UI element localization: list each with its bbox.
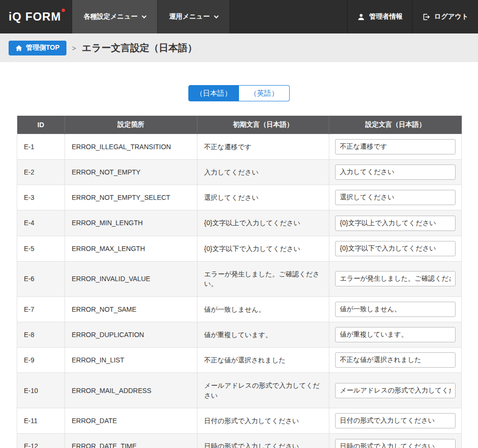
row-input-cell [329, 434, 462, 448]
row-default-text: 値が一致しません。 [197, 296, 329, 322]
breadcrumb: 管理側TOP > エラー文言設定（日本語） [0, 33, 478, 62]
breadcrumb-separator: > [72, 44, 76, 52]
logo-red-dot-icon [62, 9, 65, 12]
error-message-input[interactable] [335, 413, 456, 428]
table-row: E-1ERROR_ILLEGAL_TRANSITION不正な遷移です [17, 134, 462, 159]
error-message-table-wrap: ID 設定箇所 初期文言（日本語） 設定文言（日本語） E-1ERROR_ILL… [17, 116, 461, 448]
row-id: E-6 [17, 261, 65, 296]
error-message-input[interactable] [335, 164, 456, 180]
error-message-input[interactable] [335, 352, 456, 368]
table-row: E-11ERROR_DATE日付の形式で入力してください [17, 408, 462, 434]
row-id: E-9 [17, 348, 65, 373]
table-row: E-4ERROR_MIN_LENGTH{0}文字以上で入力してください [17, 210, 462, 236]
error-message-input[interactable] [335, 216, 456, 231]
row-id: E-7 [17, 296, 65, 322]
error-message-input[interactable] [335, 139, 456, 154]
error-message-input[interactable] [335, 383, 456, 398]
table-header-row: ID 設定箇所 初期文言（日本語） 設定文言（日本語） [17, 116, 462, 134]
error-message-input[interactable] [335, 439, 456, 448]
tab-japanese[interactable]: （日本語） [188, 85, 239, 101]
row-input-cell [329, 185, 462, 210]
page-title: エラー文言設定（日本語） [82, 42, 197, 55]
row-default-text: 値が重複しています。 [197, 322, 329, 347]
header-setting-text: 設定文言（日本語） [329, 116, 462, 134]
table-row: E-7ERROR_NOT_SAME値が一致しません。 [17, 296, 462, 322]
table-row: E-5ERROR_MAX_LENGTH{0}文字以下で入力してください [17, 236, 462, 261]
row-input-cell [329, 322, 462, 347]
header-key: 設定箇所 [65, 116, 197, 134]
row-key: ERROR_IN_LIST [65, 348, 197, 373]
home-icon [15, 44, 22, 52]
row-key: ERROR_NOT_EMPTY_SELECT [65, 185, 197, 210]
error-table-body: E-1ERROR_ILLEGAL_TRANSITION不正な遷移ですE-2ERR… [17, 134, 462, 448]
row-id: E-3 [17, 185, 65, 210]
row-input-cell [329, 408, 462, 434]
error-message-input[interactable] [335, 241, 456, 256]
error-message-input[interactable] [335, 190, 456, 205]
row-id: E-1 [17, 134, 65, 159]
row-id: E-11 [17, 408, 65, 434]
row-input-cell [329, 236, 462, 261]
row-input-cell [329, 134, 462, 159]
row-default-text: 不正な遷移です [197, 134, 329, 159]
row-default-text: 不正な値が選択されました [197, 348, 329, 373]
logout-label: ログアウト [434, 12, 468, 21]
row-input-cell [329, 159, 462, 185]
table-row: E-2ERROR_NOT_EMPTY入力してください [17, 159, 462, 185]
nav-menu-settings-label: 各種設定メニュー [84, 12, 138, 21]
header-default-text: 初期文言（日本語） [197, 116, 329, 134]
chevron-down-icon [141, 13, 146, 18]
table-row: E-8ERROR_DUPLICATION値が重複しています。 [17, 322, 462, 347]
nav-menu-operation-label: 運用メニュー [169, 12, 210, 21]
table-row: E-6ERROR_INVALID_VALUEエラーが発生しました。ご確認ください… [17, 261, 462, 296]
table-row: E-3ERROR_NOT_EMPTY_SELECT選択してください [17, 185, 462, 210]
error-message-table: ID 設定箇所 初期文言（日本語） 設定文言（日本語） E-1ERROR_ILL… [17, 116, 462, 448]
row-key: ERROR_MAX_LENGTH [65, 236, 197, 261]
app-logo-text: iQ FORM [9, 10, 61, 23]
row-id: E-8 [17, 322, 65, 347]
logout-button[interactable]: ログアウト [412, 0, 478, 33]
app-logo[interactable]: iQ FORM [0, 0, 72, 33]
chevron-down-icon [214, 13, 218, 18]
row-default-text: 日付の形式で入力してください [197, 408, 329, 434]
row-key: ERROR_NOT_SAME [65, 296, 197, 322]
row-default-text: エラーが発生しました。ご確認ください。 [197, 261, 329, 296]
table-row: E-9ERROR_IN_LIST不正な値が選択されました [17, 348, 462, 373]
row-input-cell [329, 296, 462, 322]
row-input-cell [329, 261, 462, 296]
row-key: ERROR_NOT_EMPTY [65, 159, 197, 185]
table-row: E-10ERROR_MAIL_ADDRESSメールアドレスの形式で入力してくださ… [17, 373, 462, 408]
error-message-input[interactable] [335, 302, 456, 317]
logout-icon [422, 13, 430, 21]
nav-spacer [230, 0, 348, 33]
admin-top-label: 管理側TOP [26, 44, 60, 52]
row-key: ERROR_ILLEGAL_TRANSITION [65, 134, 197, 159]
row-key: ERROR_DATE_TIME [65, 434, 197, 448]
nav-menu-settings[interactable]: 各種設定メニュー [72, 0, 157, 33]
row-key: ERROR_MAIL_ADDRESS [65, 373, 197, 408]
row-default-text: 入力してください [197, 159, 329, 185]
row-key: ERROR_INVALID_VALUE [65, 261, 197, 296]
row-id: E-12 [17, 434, 65, 448]
row-default-text: {0}文字以上で入力してください [197, 210, 329, 236]
person-icon [357, 13, 365, 21]
row-input-cell [329, 373, 462, 408]
admin-top-button[interactable]: 管理側TOP [9, 41, 66, 55]
row-default-text: {0}文字以下で入力してください [197, 236, 329, 261]
row-default-text: メールアドレスの形式で入力してください [197, 373, 329, 408]
row-key: ERROR_DUPLICATION [65, 322, 197, 347]
row-default-text: 日時の形式で入力してください [197, 434, 329, 448]
tab-english[interactable]: （英語） [239, 85, 290, 101]
row-default-text: 選択してください [197, 185, 329, 210]
row-input-cell [329, 210, 462, 236]
table-row: E-12ERROR_DATE_TIME日時の形式で入力してください [17, 434, 462, 448]
row-input-cell [329, 348, 462, 373]
nav-menu-operation[interactable]: 運用メニュー [157, 0, 230, 33]
row-id: E-2 [17, 159, 65, 185]
error-message-input[interactable] [335, 271, 456, 286]
row-key: ERROR_MIN_LENGTH [65, 210, 197, 236]
error-message-input[interactable] [335, 327, 456, 342]
admin-info-label: 管理者情報 [369, 12, 402, 21]
admin-info-button[interactable]: 管理者情報 [347, 0, 412, 33]
header-id: ID [17, 116, 65, 134]
